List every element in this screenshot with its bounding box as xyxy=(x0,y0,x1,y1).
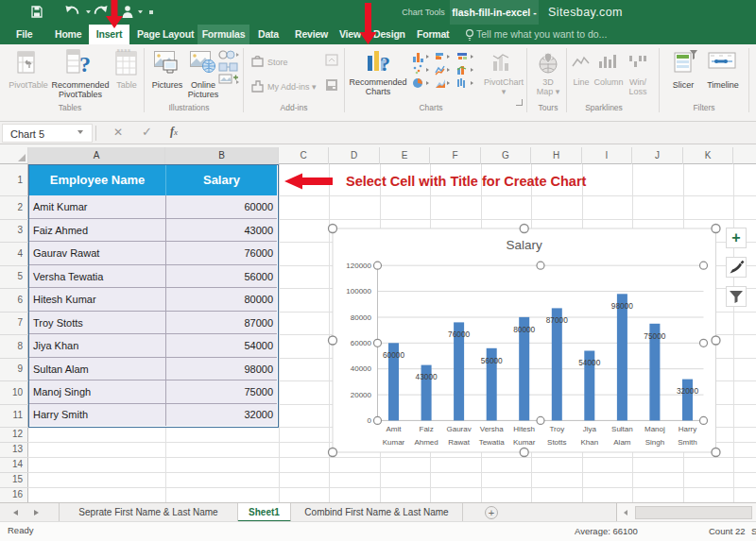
svg-text:87000: 87000 xyxy=(546,315,568,325)
svg-text:80000: 80000 xyxy=(513,325,535,334)
svg-text:Kumar: Kumar xyxy=(383,438,405,447)
svg-text:Harry: Harry xyxy=(679,425,697,433)
svg-text:B B B B: B B B B xyxy=(117,48,130,53)
svg-text:54000: 54000 xyxy=(578,358,600,367)
svg-text:Stotts: Stotts xyxy=(547,438,566,447)
svg-text:Versha: Versha xyxy=(480,425,504,433)
svg-text:20000: 20000 xyxy=(351,391,372,399)
svg-text:?: ? xyxy=(380,52,390,75)
svg-text:Khan: Khan xyxy=(580,438,598,447)
svg-text:Amit: Amit xyxy=(387,425,403,433)
svg-text:Gaurav: Gaurav xyxy=(446,425,471,433)
svg-text:Sultan: Sultan xyxy=(611,425,633,433)
svg-text:Smith: Smith xyxy=(678,438,696,447)
svg-text:Ahmed: Ahmed xyxy=(414,438,438,447)
svg-text:Singh: Singh xyxy=(645,438,664,447)
svg-text:60000: 60000 xyxy=(383,350,404,360)
svg-text:60000: 60000 xyxy=(351,339,372,347)
svg-text:Salary: Salary xyxy=(507,238,543,252)
svg-text:75000: 75000 xyxy=(644,331,665,341)
svg-text:Manoj: Manoj xyxy=(644,425,665,433)
svg-text:Alam: Alam xyxy=(613,438,631,447)
svg-text:120000: 120000 xyxy=(346,262,371,270)
svg-text:Kumar: Kumar xyxy=(513,438,536,447)
svg-text:Hitesh: Hitesh xyxy=(513,425,535,433)
svg-text:43000: 43000 xyxy=(416,372,438,381)
svg-text:Rawat: Rawat xyxy=(448,438,470,447)
svg-text:56000: 56000 xyxy=(481,356,503,365)
svg-text:40000: 40000 xyxy=(351,364,372,373)
svg-text:Jiya: Jiya xyxy=(583,425,597,433)
svg-text:0: 0 xyxy=(368,416,372,425)
svg-text:Tewatia: Tewatia xyxy=(479,438,506,447)
svg-text:98000: 98000 xyxy=(611,301,633,311)
svg-text:?: ? xyxy=(79,52,91,76)
svg-text:Faiz: Faiz xyxy=(420,425,434,433)
svg-text:100000: 100000 xyxy=(346,287,371,296)
svg-text:32000: 32000 xyxy=(677,386,698,396)
svg-text:76000: 76000 xyxy=(448,330,470,339)
svg-text:Troy: Troy xyxy=(549,425,564,433)
svg-text:80000: 80000 xyxy=(351,313,372,322)
